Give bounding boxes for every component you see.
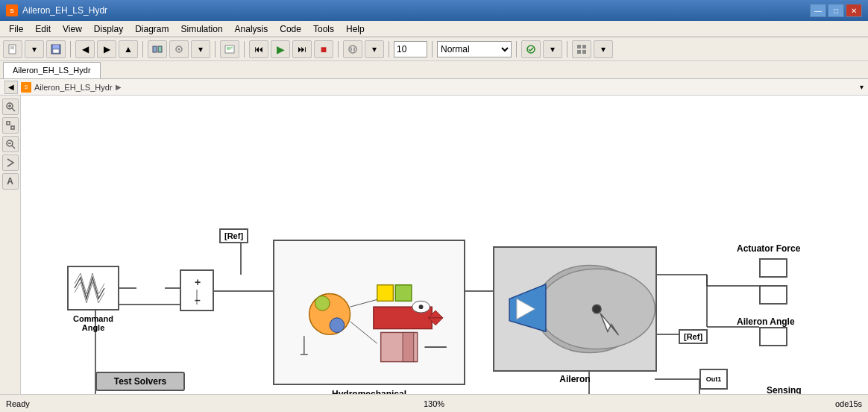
svg-rect-7	[158, 46, 162, 52]
aileron-block	[493, 246, 657, 372]
library-button[interactable]	[148, 40, 167, 58]
svg-rect-17	[577, 45, 581, 49]
menu-code[interactable]: Code	[274, 22, 307, 36]
menu-simulation[interactable]: Simulation	[175, 22, 229, 36]
svg-point-69	[412, 301, 430, 313]
grid-button[interactable]	[572, 40, 591, 58]
stop-button[interactable]: ■	[314, 40, 333, 58]
svg-rect-4	[53, 45, 59, 49]
aileron-angle-label: Aileron Angle	[737, 316, 795, 327]
toolbar-divider-8	[516, 41, 517, 57]
svg-line-28	[12, 146, 15, 149]
menu-help[interactable]: Help	[340, 22, 371, 36]
up-button[interactable]: ▲	[119, 40, 138, 58]
play-button[interactable]: ▶	[271, 40, 290, 58]
menu-display[interactable]: Display	[88, 22, 129, 36]
sim-mode-select[interactable]: Normal	[437, 41, 512, 57]
menu-tools[interactable]: Tools	[307, 22, 340, 36]
breadcrumb-back[interactable]: ◀	[4, 81, 18, 94]
check-button[interactable]	[521, 40, 541, 58]
status-zoom: 130%	[292, 399, 577, 408]
svg-rect-25	[7, 122, 10, 125]
title-bar: S Aileron_EH_LS_Hydr — □ ✕	[0, 0, 868, 21]
breadcrumb-icon: S	[21, 82, 31, 93]
svg-rect-6	[153, 46, 157, 52]
title-bar-left: S Aileron_EH_LS_Hydr	[6, 4, 107, 16]
forward-button[interactable]: ▶	[97, 40, 116, 58]
main-tab[interactable]: Aileron_EH_LS_Hydr	[3, 62, 101, 78]
toolbar-divider-1	[70, 41, 71, 57]
status-bar: Ready 130% ode15s	[0, 394, 868, 412]
outport-aileron-angle	[759, 327, 787, 346]
tab-bar: Aileron_EH_LS_Hydr	[0, 61, 868, 79]
menu-edit[interactable]: Edit	[29, 22, 57, 36]
step-back-button[interactable]: ⏮	[249, 40, 268, 58]
svg-rect-65	[403, 332, 414, 361]
sim-time-input[interactable]	[394, 41, 427, 57]
sensing-label: Sensing	[767, 385, 802, 394]
sum-block: + –	[180, 269, 214, 311]
breadcrumb-expand[interactable]: ▾	[860, 83, 864, 91]
breadcrumb-chevron: ▶	[116, 83, 122, 91]
test-solvers-button[interactable]: Test Solvers	[95, 372, 185, 391]
zoom-out-button[interactable]	[2, 136, 19, 152]
svg-rect-59	[377, 285, 394, 302]
step-forward-button[interactable]: ⏭	[292, 40, 312, 58]
pause-dropdown[interactable]: ▾	[365, 40, 384, 58]
breadcrumb-path[interactable]: Aileron_EH_LS_Hydr	[34, 83, 113, 92]
outport-actuator-1	[759, 258, 787, 278]
svg-line-22	[12, 108, 15, 111]
ref-top-block: [Ref]	[219, 228, 248, 243]
svg-point-70	[419, 305, 424, 309]
svg-rect-18	[582, 45, 586, 49]
menu-view[interactable]: View	[57, 22, 88, 36]
menu-analysis[interactable]: Analysis	[229, 22, 274, 36]
breadcrumb-bar: ◀ S Aileron_EH_LS_Hydr ▶ ▾	[0, 79, 868, 96]
svg-rect-50	[182, 272, 212, 309]
svg-rect-60	[395, 285, 412, 302]
svg-rect-26	[11, 126, 14, 129]
toolbar-divider-7	[432, 41, 433, 57]
save-button[interactable]	[46, 40, 66, 58]
text-tool[interactable]: A	[2, 173, 19, 190]
menu-file[interactable]: File	[3, 22, 29, 36]
settings-dropdown[interactable]: ▾	[191, 40, 210, 58]
back-button[interactable]: ◀	[75, 40, 95, 58]
svg-point-56	[330, 318, 345, 333]
svg-point-9	[178, 48, 180, 50]
toolbar-dropdown-1[interactable]: ▾	[25, 40, 44, 58]
svg-point-54	[309, 294, 350, 335]
hydromechanical-label: Hydromechanical	[273, 389, 465, 394]
svg-rect-5	[53, 49, 59, 53]
new-button[interactable]	[3, 40, 22, 58]
svg-point-13	[349, 46, 356, 53]
grid-dropdown[interactable]: ▾	[594, 40, 613, 58]
pause-circle-button[interactable]	[343, 40, 362, 58]
toolbar: ▾ ◀ ▶ ▲ ▾ ⏮ ▶ ⏭ ■ ▾ Normal ▾ ▾	[0, 37, 868, 61]
check-dropdown[interactable]: ▾	[543, 40, 562, 58]
settings-button[interactable]	[169, 40, 189, 58]
svg-point-72	[538, 269, 655, 349]
left-toolbar: A	[0, 96, 21, 394]
toolbar-divider-4	[244, 41, 245, 57]
svg-rect-19	[577, 50, 581, 54]
maximize-button[interactable]: □	[828, 4, 844, 17]
minimize-button[interactable]: —	[810, 4, 826, 17]
toolbar-divider-9	[567, 41, 567, 57]
aileron-label: Aileron	[493, 374, 657, 384]
close-button[interactable]: ✕	[846, 4, 862, 17]
svg-marker-62	[428, 310, 443, 318]
menu-bar: File Edit View Display Diagram Simulatio…	[0, 21, 868, 37]
code-button[interactable]	[220, 40, 239, 58]
menu-diagram[interactable]: Diagram	[129, 22, 174, 36]
status-ready: Ready	[6, 399, 292, 408]
svg-point-55	[315, 296, 330, 310]
command-angle-label: Command Angle	[67, 314, 119, 332]
arrow-tool[interactable]	[2, 154, 19, 171]
zoom-in-button[interactable]	[2, 99, 19, 115]
svg-marker-75	[600, 313, 618, 335]
svg-marker-63	[428, 318, 443, 325]
main-area: A	[0, 96, 868, 394]
svg-marker-73	[517, 299, 535, 319]
zoom-fit-button[interactable]	[2, 117, 19, 134]
